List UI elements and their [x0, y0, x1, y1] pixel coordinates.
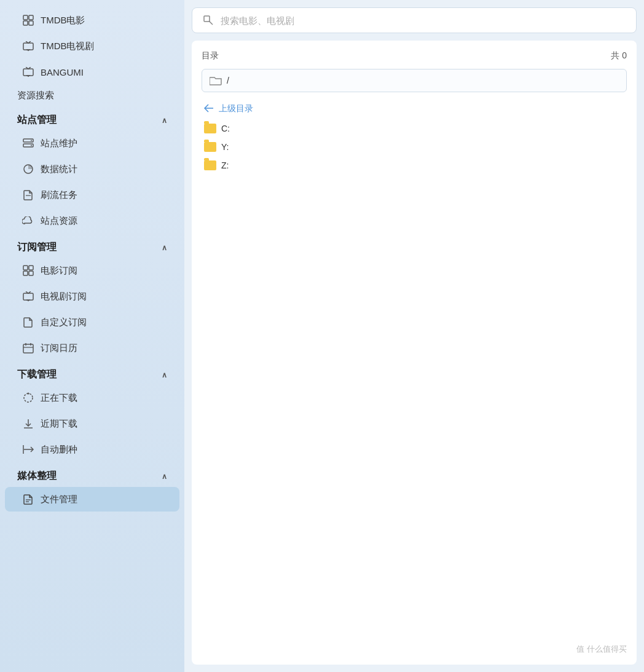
section-header-label: 下载管理 [17, 368, 57, 381]
watermark-icon: 值 [576, 644, 584, 655]
delete-icon [22, 443, 34, 456]
loading-icon [22, 392, 34, 404]
sidebar-item-label: 站点维护 [41, 138, 77, 149]
svg-rect-23 [23, 344, 33, 353]
folder-icon-c [204, 124, 216, 133]
sidebar-item-label: 自动删种 [41, 444, 77, 456]
svg-point-27 [24, 393, 33, 402]
svg-rect-2 [23, 21, 28, 25]
folder-item-y[interactable]: Y: [202, 139, 627, 155]
sidebar-item-label: 电视剧订阅 [41, 291, 87, 302]
sidebar-item-label: TMDB电视剧 [41, 41, 95, 52]
folder-item-c[interactable]: C: [202, 121, 627, 136]
chevron-up-icon: ∧ [162, 472, 167, 481]
file-panel-header: 目录 共 0 [202, 50, 627, 61]
chart-icon [22, 163, 34, 175]
sidebar-item-refresh-tasks[interactable]: 刷流任务 [5, 183, 179, 207]
sidebar-item-label: 站点资源 [41, 215, 77, 227]
folder-item-z[interactable]: Z: [202, 157, 627, 173]
sidebar-item-tmdb-movie[interactable]: TMDB电影 [5, 8, 179, 33]
back-arrow-icon [204, 104, 214, 114]
back-label: 上级目录 [219, 103, 253, 114]
grid-icon [22, 14, 34, 26]
sidebar-item-label: 正在下载 [41, 392, 77, 404]
svg-rect-35 [204, 16, 210, 22]
chevron-up-icon: ∧ [162, 116, 167, 125]
section-header-subscription[interactable]: 订阅管理 ∧ [0, 234, 184, 258]
search-input[interactable] [221, 15, 626, 26]
sidebar-item-tv-subscription[interactable]: 电视剧订阅 [5, 284, 179, 309]
tv-icon [22, 40, 34, 52]
folder-name-z: Z: [221, 160, 229, 170]
sidebar-item-auto-seed[interactable]: 自动删种 [5, 437, 179, 462]
svg-rect-16 [23, 266, 28, 270]
sidebar: TMDB电影 TMDB电视剧 BANGUMI 资源搜索 站点 [0, 0, 184, 672]
calendar-icon [22, 342, 34, 354]
svg-rect-4 [23, 43, 33, 50]
svg-rect-18 [23, 271, 28, 275]
watermark: 值 什么值得买 [576, 644, 627, 655]
folder-icon-y [204, 142, 216, 152]
search-input-icon [202, 14, 214, 26]
tv2-icon [22, 66, 34, 78]
svg-rect-17 [29, 266, 33, 270]
section-header-label: 订阅管理 [17, 241, 57, 254]
sidebar-item-label: TMDB电影 [41, 15, 85, 26]
search-bar [192, 7, 637, 33]
download-icon [22, 417, 34, 430]
sidebar-item-site-maintenance[interactable]: 站点维护 [5, 131, 179, 156]
svg-point-13 [31, 145, 32, 146]
sidebar-item-bangumi[interactable]: BANGUMI [5, 60, 179, 84]
sidebar-item-data-stats[interactable]: 数据统计 [5, 157, 179, 181]
svg-line-36 [209, 21, 213, 25]
sidebar-item-subscription-calendar[interactable]: 订阅日历 [5, 336, 179, 360]
file-panel: 目录 共 0 / 上级目录 [192, 41, 637, 665]
sidebar-item-label: 刷流任务 [41, 189, 77, 201]
file-check-icon [22, 189, 34, 201]
folder-name-y: Y: [221, 142, 229, 152]
folder-icon-z [204, 160, 216, 170]
grid2-icon [22, 264, 34, 277]
sidebar-item-label: 资源搜索 [17, 90, 54, 100]
back-to-parent[interactable]: 上级目录 [202, 100, 627, 118]
file-panel-title: 目录 [202, 50, 219, 61]
folder-open-icon [210, 74, 222, 87]
folder-name-c: C: [221, 124, 230, 133]
svg-rect-7 [23, 69, 33, 76]
svg-point-12 [31, 140, 32, 141]
watermark-text: 什么值得买 [587, 644, 627, 655]
sidebar-item-label: 电影订阅 [41, 265, 77, 277]
chevron-up-icon: ∧ [162, 371, 167, 379]
svg-rect-20 [23, 293, 33, 300]
path-bar[interactable]: / [202, 69, 627, 92]
sidebar-item-label: 自定义订阅 [41, 317, 87, 328]
tv3-icon [22, 290, 34, 302]
sidebar-item-downloading[interactable]: 正在下载 [5, 385, 179, 410]
svg-point-28 [28, 393, 29, 395]
svg-rect-19 [29, 271, 33, 275]
sidebar-item-label: 文件管理 [41, 494, 77, 505]
file3-icon [22, 493, 34, 505]
section-header-site-management[interactable]: 站点管理 ∧ [0, 106, 184, 130]
server-icon [22, 137, 34, 149]
sidebar-item-recent-downloads[interactable]: 近期下载 [5, 411, 179, 436]
svg-rect-1 [29, 15, 33, 20]
path-bar-value: / [227, 76, 229, 85]
sidebar-item-label: 订阅日历 [41, 342, 77, 354]
sidebar-item-custom-subscription[interactable]: 自定义订阅 [5, 310, 179, 334]
file-list: 上级目录 C: Y: Z: [202, 100, 627, 173]
section-header-media[interactable]: 媒体整理 ∧ [0, 462, 184, 486]
sidebar-item-label: 近期下载 [41, 418, 77, 430]
sidebar-item-tmdb-tv[interactable]: TMDB电视剧 [5, 34, 179, 58]
sidebar-item-movie-subscription[interactable]: 电影订阅 [5, 258, 179, 283]
section-header-download[interactable]: 下载管理 ∧ [0, 361, 184, 385]
sidebar-item-site-resources[interactable]: 站点资源 [5, 208, 179, 233]
sidebar-item-label: BANGUMI [41, 67, 84, 77]
sidebar-item-file-management[interactable]: 文件管理 [5, 487, 179, 512]
sidebar-item-label: 数据统计 [41, 164, 77, 175]
file2-icon [22, 316, 34, 328]
svg-rect-0 [23, 15, 28, 20]
section-header-label: 媒体整理 [17, 470, 57, 483]
cloud-icon [22, 215, 34, 227]
sidebar-item-resource-search[interactable]: 资源搜索 [0, 85, 184, 106]
